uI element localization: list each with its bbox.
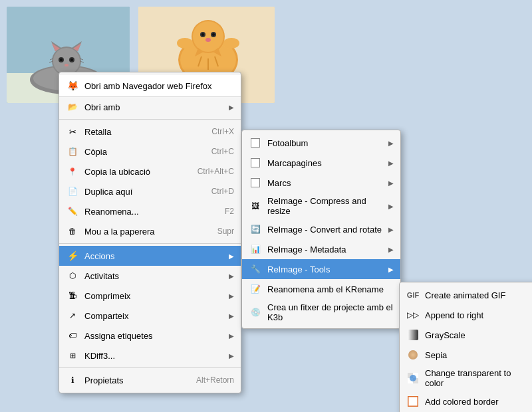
submenu-actions: Fotoalbum ▶ Marcapagines ▶ Marcs ▶ 🖼 ReI… xyxy=(241,130,401,329)
submenu-item-reimage-convert-label: ReImage - Convert and rotate xyxy=(267,225,388,235)
menu-item-firefox[interactable]: 🦊 Obri amb Navegador web Firefox xyxy=(59,75,241,97)
svg-point-24 xyxy=(177,38,193,49)
submenu-item-grayscale-label: GrayScale xyxy=(425,330,531,340)
reimage-metadata-icon: 📊 xyxy=(249,243,262,256)
location-icon: 📍 xyxy=(66,165,79,178)
duplicate-shortcut: Ctrl+D xyxy=(211,187,234,196)
submenu-item-reimage-tools-label: ReImage - Tools xyxy=(267,264,388,274)
menu-item-trash-label: Mou a la paperera xyxy=(84,227,204,237)
menu-item-share[interactable]: ↗ Comparteix ▶ xyxy=(59,306,241,326)
submenu-item-fotoalbum-label: Fotoalbum xyxy=(267,138,388,148)
submenu-item-k3b-label: Crea un fitxer de projecte amb el K3b xyxy=(267,302,394,322)
menu-item-duplicate-label: Duplica aquí xyxy=(84,187,198,197)
trash-icon: 🗑 xyxy=(66,225,79,238)
menu-item-trash[interactable]: 🗑 Mou a la paperera Supr xyxy=(59,221,241,241)
svg-point-13 xyxy=(70,58,73,61)
separator-1 xyxy=(59,119,241,120)
menu-item-copy-location[interactable]: 📍 Copia la ubicació Ctrl+Alt+C xyxy=(59,161,241,181)
menu-item-rename[interactable]: ✏️ Reanomena... F2 xyxy=(59,201,241,221)
k3b-icon: 💿 xyxy=(249,306,262,319)
menu-item-copy-location-label: Copia la ubicació xyxy=(84,167,184,177)
fotoalbum-icon xyxy=(249,136,262,150)
rename-shortcut: F2 xyxy=(225,207,234,216)
reimage-compress-arrow: ▶ xyxy=(388,203,394,210)
submenu-item-reimage-tools[interactable]: 🔧 ReImage - Tools ▶ xyxy=(242,259,400,279)
share-icon: ↗ xyxy=(66,309,79,322)
menu-item-tags-label: Assigna etiquetes xyxy=(84,331,229,341)
svg-point-12 xyxy=(60,58,63,61)
submenu-item-add-colored-border[interactable]: Add colored border xyxy=(400,391,532,411)
menu-item-properties[interactable]: ℹ Propietats Alt+Retorn xyxy=(59,370,241,390)
menu-item-compress[interactable]: 🗜 Comprimeix ▶ xyxy=(59,286,241,306)
submenu-item-append-right[interactable]: ▷▷ Append to right xyxy=(400,305,532,325)
context-menu: 🦊 Obri amb Navegador web Firefox 📂 Obri … xyxy=(59,72,241,393)
submenu-item-create-gif[interactable]: GIF Create animated GIF xyxy=(400,285,532,305)
compress-arrow: ▶ xyxy=(229,292,234,300)
menu-item-properties-label: Propietats xyxy=(84,375,183,385)
menu-item-kdiff[interactable]: ⊞ KDiff3... ▶ xyxy=(59,346,241,365)
copy-location-shortcut: Ctrl+Alt+C xyxy=(198,167,234,176)
menu-item-copy[interactable]: 📋 Còpia Ctrl+C xyxy=(59,142,241,161)
menu-item-cut[interactable]: ✂ Retalla Ctrl+X xyxy=(59,122,241,142)
trash-shortcut: Supr xyxy=(217,227,234,236)
submenu-item-reimage-convert[interactable]: 🔄 ReImage - Convert and rotate ▶ xyxy=(242,219,400,239)
svg-point-5 xyxy=(53,48,80,74)
reimage-tools-icon: 🔧 xyxy=(249,262,262,276)
submenu-item-marcs[interactable]: Marcs ▶ xyxy=(242,173,400,193)
colored-border-icon xyxy=(406,395,420,408)
submenu-item-reimage-compress[interactable]: 🖼 ReImage - Compress and resize ▶ xyxy=(242,193,400,219)
submenu-item-reimage-compress-label: ReImage - Compress and resize xyxy=(267,196,388,216)
kdiff-arrow: ▶ xyxy=(229,352,234,360)
open-with-arrow: ▶ xyxy=(229,104,234,111)
submenu-reimage-tools: GIF Create animated GIF ▷▷ Append to rig… xyxy=(399,282,532,412)
reimage-convert-arrow: ▶ xyxy=(388,226,394,233)
svg-point-32 xyxy=(205,38,211,42)
menu-item-activities[interactable]: ⬡ Activitats ▶ xyxy=(59,266,241,286)
marcs-arrow: ▶ xyxy=(388,179,394,187)
menu-item-rename-label: Reanomena... xyxy=(84,207,211,217)
properties-icon: ℹ xyxy=(66,373,79,387)
compress-icon: 🗜 xyxy=(66,289,79,302)
marcs-icon xyxy=(249,176,262,189)
separator-2 xyxy=(59,243,241,244)
svg-point-41 xyxy=(410,375,416,381)
submenu-item-k3b[interactable]: 💿 Crea un fitxer de projecte amb el K3b xyxy=(242,299,400,326)
submenu-item-krename[interactable]: 📝 Reanomena amb el KRename xyxy=(242,279,400,299)
tags-arrow: ▶ xyxy=(229,332,234,340)
menu-item-actions[interactable]: ⚡ Accions ▶ xyxy=(59,246,241,266)
svg-point-30 xyxy=(201,33,204,36)
krename-icon: 📝 xyxy=(249,282,262,296)
firefox-icon: 🦊 xyxy=(66,79,79,92)
submenu-item-fotoalbum[interactable]: Fotoalbum ▶ xyxy=(242,133,400,153)
sepia-icon xyxy=(406,348,420,361)
actions-arrow: ▶ xyxy=(229,253,234,260)
marcapagines-icon xyxy=(249,156,262,169)
reimage-tools-arrow: ▶ xyxy=(388,266,394,273)
submenu-item-krename-label: Reanomena amb el KRename xyxy=(267,284,394,294)
cut-icon: ✂ xyxy=(66,125,79,138)
reimage-metadata-arrow: ▶ xyxy=(388,246,394,253)
properties-shortcut: Alt+Retorn xyxy=(196,375,234,385)
menu-item-duplicate[interactable]: 📄 Duplica aquí Ctrl+D xyxy=(59,181,241,201)
submenu-item-reimage-metadata[interactable]: 📊 ReImage - Metadata ▶ xyxy=(242,239,400,259)
submenu-item-grayscale[interactable]: GrayScale xyxy=(400,325,532,345)
submenu-item-sepia-label: Sepia xyxy=(425,350,531,360)
menu-item-open-with[interactable]: 📂 Obri amb ▶ xyxy=(59,97,241,117)
svg-point-14 xyxy=(65,64,68,66)
grayscale-icon xyxy=(406,328,420,342)
submenu-item-marcapagines[interactable]: Marcapagines ▶ xyxy=(242,153,400,173)
duplicate-icon: 📄 xyxy=(66,185,79,198)
rename-icon: ✏️ xyxy=(66,205,79,218)
submenu-item-append-right-label: Append to right xyxy=(425,310,531,320)
kdiff-icon: ⊞ xyxy=(66,349,79,362)
open-with-icon: 📂 xyxy=(66,100,79,114)
transparent-to-color-icon xyxy=(406,371,420,385)
submenu-item-change-transparent[interactable]: Change transparent to color xyxy=(400,365,532,391)
submenu-item-sepia[interactable]: Sepia xyxy=(400,345,532,365)
menu-item-kdiff-label: KDiff3... xyxy=(84,351,229,361)
menu-item-tags[interactable]: 🏷 Assigna etiquetes ▶ xyxy=(59,326,241,346)
reimage-convert-icon: 🔄 xyxy=(249,223,262,236)
svg-rect-36 xyxy=(408,330,418,340)
activities-icon: ⬡ xyxy=(66,269,79,282)
tag-icon: 🏷 xyxy=(66,329,79,342)
